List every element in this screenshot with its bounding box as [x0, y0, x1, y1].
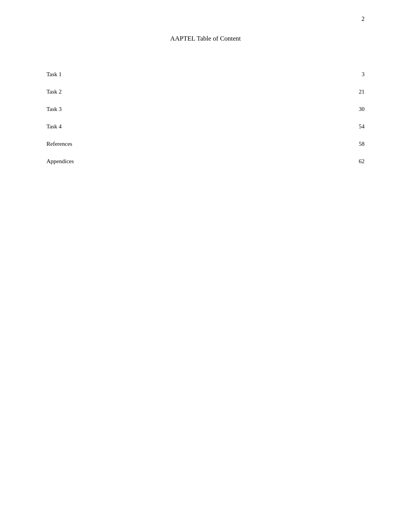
- page-number: 2: [361, 15, 365, 22]
- toc-row: Appendices62: [46, 153, 365, 170]
- toc-item-page: 58: [353, 141, 365, 147]
- toc-row: Task 454: [46, 118, 365, 135]
- toc-item-page: 62: [353, 158, 365, 165]
- toc-item-page: 21: [353, 89, 365, 95]
- toc-row: References58: [46, 135, 365, 153]
- toc-row: Task 221: [46, 83, 365, 101]
- toc-item-label: Task 3: [46, 106, 62, 113]
- toc-item-label: References: [46, 141, 72, 147]
- page: 2 AAPTEL Table of Content Task 13Task 22…: [0, 0, 411, 532]
- toc-item-label: Task 4: [46, 123, 62, 130]
- toc-row: Task 13: [46, 66, 365, 83]
- toc-item-label: Task 1: [46, 71, 62, 78]
- toc-list: Task 13Task 221Task 330Task 454Reference…: [46, 66, 365, 170]
- toc-item-label: Appendices: [46, 158, 74, 165]
- toc-row: Task 330: [46, 101, 365, 118]
- toc-item-page: 3: [353, 71, 365, 78]
- page-title: AAPTEL Table of Content: [46, 35, 365, 43]
- toc-item-label: Task 2: [46, 89, 62, 95]
- toc-item-page: 54: [353, 123, 365, 130]
- toc-item-page: 30: [353, 106, 365, 113]
